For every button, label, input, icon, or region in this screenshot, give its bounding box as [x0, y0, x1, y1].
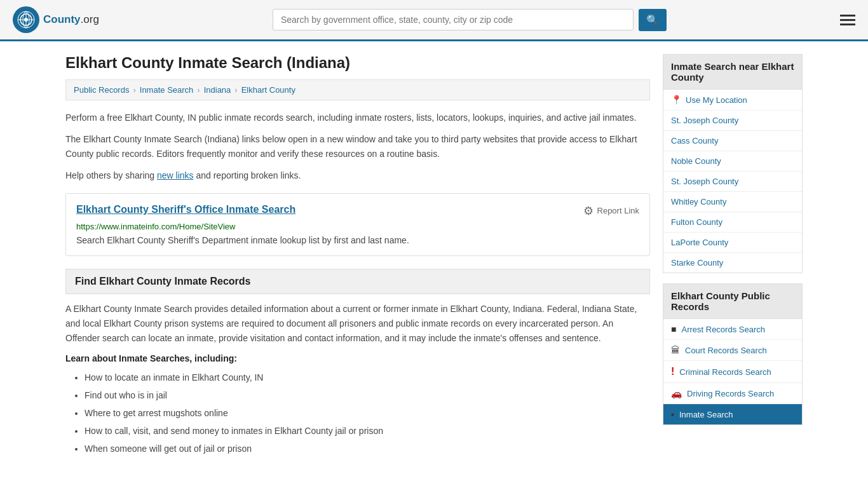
driving-icon: 🚗	[671, 388, 682, 398]
breadcrumb-sep: ›	[234, 85, 237, 95]
breadcrumb: Public Records › Inmate Search › Indiana…	[65, 79, 650, 100]
inmate-search-link[interactable]: Inmate Search	[679, 410, 733, 419]
logo-icon	[13, 6, 39, 33]
list-item: Find out who is in jail	[85, 386, 650, 404]
learn-list: How to locate an inmate in Elkhart Count…	[65, 369, 650, 458]
learn-title: Learn about Inmate Searches, including:	[65, 353, 650, 363]
section-header: Find Elkhart County Inmate Records	[65, 269, 650, 294]
st-joseph-county-link-1[interactable]: St. Joseph County	[671, 116, 738, 125]
sidebar-nearby-list: 📍 Use My Location St. Joseph County Cass…	[663, 90, 803, 273]
cass-county-link[interactable]: Cass County	[671, 136, 718, 146]
report-icon: ⚙	[583, 204, 593, 218]
report-link[interactable]: ⚙ Report Link	[583, 204, 639, 218]
sidebar-item-whitley[interactable]: Whitley County	[663, 192, 802, 212]
breadcrumb-inmate-search[interactable]: Inmate Search	[140, 85, 194, 95]
sidebar-driving-records[interactable]: 🚗 Driving Records Search	[663, 383, 802, 404]
noble-county-link[interactable]: Noble County	[671, 156, 721, 166]
intro-paragraph-2: The Elkhart County Inmate Search (Indian…	[65, 132, 650, 161]
st-joseph-county-link-2[interactable]: St. Joseph County	[671, 177, 738, 186]
intro-paragraph-3: Help others by sharing new links and rep…	[65, 168, 650, 182]
sidebar-item-laporte[interactable]: LaPorte County	[663, 233, 802, 253]
court-records-link[interactable]: Court Records Search	[685, 346, 767, 355]
logo-area: County.org	[13, 6, 99, 33]
sidebar-item-st-joseph-2[interactable]: St. Joseph County	[663, 172, 802, 192]
record-url[interactable]: https://www.inmateinfo.com/Home/SiteView	[76, 222, 639, 231]
record-description: Search Elkhart County Sheriff's Departme…	[76, 235, 639, 245]
sidebar-records-title: Elkhart County Public Records	[663, 283, 803, 319]
svg-point-5	[24, 18, 28, 22]
driving-records-link[interactable]: Driving Records Search	[687, 389, 774, 398]
fulton-county-link[interactable]: Fulton County	[671, 217, 722, 227]
main-content: Elkhart County Inmate Search (Indiana) P…	[65, 54, 650, 458]
arrest-icon: ■	[671, 324, 676, 334]
menu-button[interactable]	[840, 15, 855, 25]
report-link-label: Report Link	[597, 206, 639, 215]
section-body: A Elkhart County Inmate Search provides …	[65, 302, 650, 346]
inmate-icon: ▪	[671, 409, 674, 419]
breadcrumb-sep: ›	[197, 85, 200, 95]
search-input[interactable]	[273, 9, 634, 30]
laporte-county-link[interactable]: LaPorte County	[671, 238, 728, 247]
sidebar-records-list: ■ Arrest Records Search 🏛 Court Records …	[663, 319, 803, 425]
use-my-location-link[interactable]: Use My Location	[686, 95, 747, 105]
search-area: 🔍	[273, 9, 667, 31]
sidebar-nearby-title: Inmate Search near Elkhart County	[663, 54, 803, 90]
header: County.org 🔍	[0, 0, 868, 41]
sidebar: Inmate Search near Elkhart County 📍 Use …	[663, 54, 803, 458]
breadcrumb-elkhart-county[interactable]: Elkhart County	[241, 85, 295, 95]
intro-paragraph-1: Perform a free Elkhart County, IN public…	[65, 111, 650, 125]
new-links-link[interactable]: new links	[157, 170, 194, 180]
list-item: How to call, visit, and send money to in…	[85, 422, 650, 440]
record-card-header: Elkhart County Sheriff's Office Inmate S…	[76, 204, 639, 218]
breadcrumb-sep: ›	[133, 85, 135, 95]
location-pin-icon: 📍	[671, 95, 682, 105]
menu-icon-line	[840, 24, 855, 25]
sidebar-item-noble[interactable]: Noble County	[663, 151, 802, 172]
record-title-link[interactable]: Elkhart County Sheriff's Office Inmate S…	[76, 204, 295, 215]
sidebar-item-fulton[interactable]: Fulton County	[663, 212, 802, 233]
menu-icon-line	[840, 19, 855, 21]
arrest-records-link[interactable]: Arrest Records Search	[681, 325, 765, 334]
list-item: Where to get arrest mugshots online	[85, 404, 650, 422]
sidebar-arrest-records[interactable]: ■ Arrest Records Search	[663, 319, 802, 340]
breadcrumb-public-records[interactable]: Public Records	[74, 85, 129, 95]
sidebar-item-starke[interactable]: Starke County	[663, 253, 802, 273]
starke-county-link[interactable]: Starke County	[671, 258, 723, 268]
search-icon: 🔍	[646, 15, 659, 25]
court-icon: 🏛	[671, 345, 680, 355]
sidebar-item-cass[interactable]: Cass County	[663, 131, 802, 151]
sidebar-item-st-joseph-1[interactable]: St. Joseph County	[663, 111, 802, 131]
page-title: Elkhart County Inmate Search (Indiana)	[65, 54, 650, 72]
list-item: How to locate an inmate in Elkhart Count…	[85, 369, 650, 386]
intro-text-after: and reporting broken links.	[194, 170, 301, 180]
page-container: Elkhart County Inmate Search (Indiana) P…	[53, 41, 815, 470]
logo-text: County.org	[43, 13, 99, 26]
whitley-county-link[interactable]: Whitley County	[671, 197, 726, 207]
criminal-records-link[interactable]: Criminal Records Search	[679, 367, 771, 377]
record-card: Elkhart County Sheriff's Office Inmate S…	[65, 193, 650, 256]
menu-icon-line	[840, 15, 855, 17]
sidebar-inmate-search[interactable]: ▪ Inmate Search	[663, 404, 802, 424]
sidebar-criminal-records[interactable]: ! Criminal Records Search	[663, 361, 802, 383]
intro-text-before: Help others by sharing	[65, 170, 157, 180]
search-button[interactable]: 🔍	[639, 9, 667, 31]
breadcrumb-indiana[interactable]: Indiana	[204, 85, 231, 95]
criminal-icon: !	[671, 366, 674, 377]
list-item: When someone will get out of jail or pri…	[85, 440, 650, 458]
sidebar-use-location[interactable]: 📍 Use My Location	[663, 90, 802, 111]
sidebar-court-records[interactable]: 🏛 Court Records Search	[663, 340, 802, 361]
